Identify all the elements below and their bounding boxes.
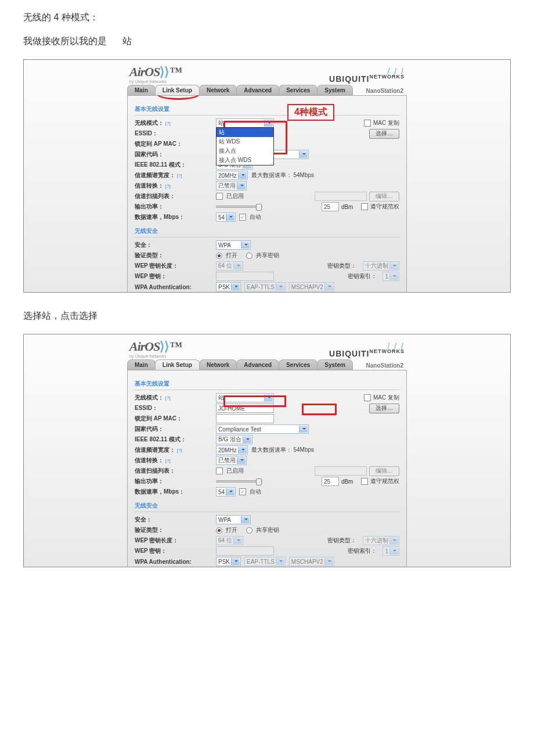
tab-services[interactable]: Services: [279, 85, 317, 95]
wpa-auth-select-2[interactable]: PSK: [216, 557, 241, 566]
obey-label: 遵守规范权: [370, 203, 399, 211]
tab-system[interactable]: System: [317, 85, 353, 95]
ch-width-select[interactable]: 20MHz: [216, 171, 248, 180]
scan-list-field-2: [315, 466, 367, 476]
lbl-wep-index-2: 密钥索引：: [348, 547, 377, 555]
rate-select[interactable]: 54: [216, 213, 236, 222]
wireless-mode-select-2[interactable]: 站: [216, 393, 274, 402]
auth-open-radio-2[interactable]: [216, 527, 222, 534]
wpa-mschap-select-2: MSCHAPV2: [289, 557, 334, 566]
wireless-mode-select[interactable]: 站: [216, 118, 274, 128]
wep-key-field-2: [216, 546, 274, 556]
lbl-country-2: 国家代码：: [135, 425, 216, 433]
airos-word: AirOS: [129, 64, 160, 79]
select-button[interactable]: 选择…: [369, 129, 399, 139]
wep-index-select-2: 1: [383, 546, 399, 556]
wpa-mschap-select: MSCHAPV2: [289, 282, 334, 291]
auto-rate-checkbox-2[interactable]: [239, 488, 246, 495]
mac-clone-label: MAC 复制: [373, 119, 399, 127]
tab-system-2[interactable]: System: [317, 359, 353, 370]
country-select-2[interactable]: Compliance Test: [216, 424, 309, 434]
tx-power-slider-2[interactable]: [216, 480, 262, 483]
rate-select-2[interactable]: 54: [216, 487, 236, 496]
airos-icon-2: ⟩⟩: [160, 339, 169, 354]
wep-index-select: 1: [383, 272, 399, 281]
auth-shared-label: 共享密钥: [256, 251, 279, 260]
auth-open-label: 打开: [226, 251, 237, 260]
mac-clone-checkbox-2[interactable]: [364, 394, 371, 401]
section-security-2: 无线安全: [135, 499, 399, 512]
security-select[interactable]: WPA: [216, 240, 251, 250]
auth-shared-radio-2[interactable]: [246, 527, 252, 534]
auth-open-radio[interactable]: [216, 253, 222, 259]
mode-opt-station-wds[interactable]: 站 WDS: [217, 137, 273, 146]
tab-bar: Main Link Setup Network Advanced Service…: [127, 85, 407, 95]
section-security: 无线安全: [135, 225, 399, 237]
lbl-security: 安全：: [135, 241, 216, 249]
scan-enable-checkbox[interactable]: [216, 193, 223, 200]
lbl-country: 国家代码：: [135, 150, 216, 159]
doc-line-1: 无线的 4 种模式：: [23, 12, 511, 24]
wpa-eap-select: EAP-TTLS: [244, 282, 286, 291]
tab-advanced[interactable]: Advanced: [236, 85, 279, 95]
tx-power-value-2[interactable]: 25: [322, 477, 339, 486]
wep-type-select: 十六进制: [363, 261, 399, 271]
obey-checkbox[interactable]: [361, 203, 368, 210]
section-basic-2: 基本无线设置: [135, 377, 399, 390]
lbl-ieee-2: IEEE 802.11 模式：: [135, 435, 216, 444]
ubnt-word: UBIQUITI: [329, 74, 369, 84]
wep-type-select-2: 十六进制: [363, 536, 399, 545]
doc-line-3: 选择站，点击选择: [23, 310, 511, 322]
auth-open-label-2: 打开: [226, 526, 237, 534]
auto-rate-checkbox[interactable]: [239, 214, 246, 221]
tx-power-slider[interactable]: [216, 206, 262, 208]
doc-line-2: 我做接收所以我的是 站: [23, 35, 511, 48]
select-button-2[interactable]: 选择…: [369, 404, 399, 413]
mac-clone-label-2: MAC 复制: [373, 394, 399, 402]
tab-link-setup-2[interactable]: Link Setup: [155, 359, 200, 370]
tab-body-2: 基本无线设置 无线模式： [?] 站 MAC 复制 ESSID： JO-HOME…: [127, 370, 407, 567]
airos-word-2: AirOS: [129, 339, 160, 354]
scan-enable-checkbox-2[interactable]: [216, 467, 223, 474]
mode-opt-ap[interactable]: 接入点: [217, 146, 273, 156]
tx-power-value[interactable]: 25: [322, 202, 339, 211]
lock-ap-mac-field[interactable]: [216, 414, 274, 423]
tab-network-2[interactable]: Network: [199, 359, 237, 370]
ieee-select-2[interactable]: B/G 混合: [216, 435, 252, 444]
tab-link-setup[interactable]: Link Setup: [155, 85, 200, 95]
tab-advanced-2[interactable]: Advanced: [236, 359, 279, 370]
wireless-mode-options[interactable]: 站 站 WDS 接入点 接入点 WDS: [216, 127, 274, 165]
tab-services-2[interactable]: Services: [279, 359, 317, 370]
ubiquiti-logo: / / / UBIQUITINETWORKS: [329, 69, 405, 84]
lbl-tx-power-2: 输出功率：: [135, 477, 216, 485]
ch-switch-select-2[interactable]: 已禁用: [216, 456, 247, 465]
wpa-auth-select[interactable]: PSK: [216, 282, 241, 291]
ch-switch-select[interactable]: 已禁用: [216, 181, 247, 190]
lbl-auth-type: 验证类型：: [135, 251, 216, 260]
airos-logo-2: AirOS⟩⟩™ by Ubiquiti Networks: [129, 339, 181, 358]
mode-opt-station[interactable]: 站: [217, 128, 273, 137]
tab-network[interactable]: Network: [199, 85, 237, 95]
mode-opt-ap-wds[interactable]: 接入点 WDS: [217, 156, 273, 165]
obey-checkbox-2[interactable]: [361, 478, 368, 485]
max-rate-label-2: 最大数据速率： 54Mbps: [251, 446, 314, 454]
lbl-tx-power: 输出功率：: [135, 203, 216, 211]
wep-key-field: [216, 272, 274, 281]
doc-line-2b: 站: [122, 36, 132, 46]
mac-clone-checkbox[interactable]: [364, 120, 371, 127]
tab-main[interactable]: Main: [127, 85, 156, 95]
security-select-2[interactable]: WPA: [216, 515, 251, 524]
tab-main-2[interactable]: Main: [127, 359, 156, 370]
ubnt-word-2: UBIQUITI: [329, 349, 369, 358]
ch-width-select-2[interactable]: 20MHz: [216, 445, 248, 455]
lbl-lock-ap-mac-2: 锁定到 AP MAC：: [135, 415, 216, 423]
edit-button: 编辑…: [369, 192, 399, 201]
tab-body: 基本无线设置 无线模式： [?] 站 MAC 复制 站 站 WDS 接入点: [127, 95, 407, 292]
brand-row-2: AirOS⟩⟩™ by Ubiquiti Networks / / / UBIQ…: [127, 339, 407, 358]
airos-sub: by Ubiquiti Networks: [129, 80, 181, 84]
essid-field[interactable]: JO-HOME: [216, 404, 274, 413]
auth-shared-radio[interactable]: [246, 253, 252, 259]
ubnt-icon: / / /: [329, 69, 405, 74]
lbl-ch-width: 信道频谱宽度： [?]: [135, 171, 216, 179]
lbl-wep-key-2: WEP 密钥：: [135, 547, 216, 555]
